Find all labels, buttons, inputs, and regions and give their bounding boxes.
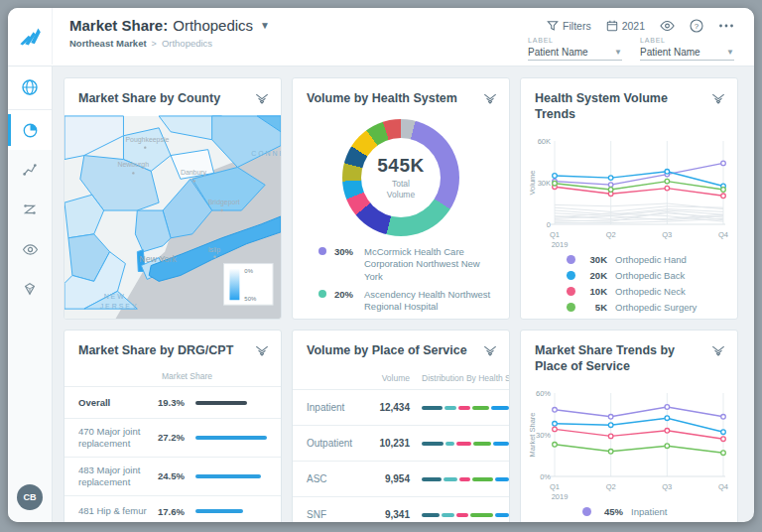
distribution-segment — [472, 406, 490, 410]
svg-text:0%: 0% — [244, 268, 253, 274]
legend-dot — [318, 247, 326, 255]
legend-name: Orthopedic Surgery — [615, 302, 697, 313]
sidebar-item-pathways[interactable] — [8, 190, 52, 229]
volume-trends-chart[interactable]: 60K 30K 0 Volume Q1 2019 Q2 Q3 Q4 — [527, 131, 731, 252]
header-actions: Filters 2021 — [528, 8, 754, 66]
distribution-bar — [422, 513, 510, 517]
legend-item[interactable]: 30K Orthopedic Hand — [567, 254, 737, 265]
card-market-share-by-county: Market Share by County — [64, 77, 282, 320]
donut-chart[interactable]: 545K Total Volume — [342, 119, 459, 236]
distribution-segment — [445, 442, 455, 446]
row-label: Overall — [78, 397, 158, 409]
legend-value: 30K — [581, 254, 607, 265]
county-choropleth-map[interactable]: Poughkeepsie Newburgh Danbury Bridgeport… — [64, 115, 281, 320]
distribution-bar — [422, 406, 510, 410]
legend-item[interactable]: 5K Orthopedic Surgery — [567, 302, 737, 313]
label-dropdown-1-value: Patient Name — [528, 47, 588, 58]
app-header: Market Share: Orthopedics ▼ Northeast Ma… — [8, 8, 754, 66]
row-value: 27.2% — [158, 432, 195, 443]
pos-trends-chart[interactable]: 60% 30% 0% Market Share Q1 2019 Q2 Q3 Q4 — [527, 383, 731, 504]
svg-text:50%: 50% — [244, 296, 257, 302]
card-title: Market Share by DRG/CPT — [78, 342, 233, 358]
drill-filter-icon — [483, 93, 497, 105]
title-chevron-down-icon[interactable]: ▼ — [260, 20, 270, 31]
filters-button[interactable]: Filters — [547, 20, 591, 32]
year-label: 2021 — [622, 20, 645, 32]
sidebar-item-route[interactable] — [8, 150, 52, 190]
breadcrumb-market[interactable]: Northeast Market — [69, 38, 147, 49]
card-filter-button[interactable] — [711, 91, 725, 109]
pie-chart-icon — [22, 122, 39, 139]
legend-item[interactable]: 20% Ascendency Health Northwest Regional… — [318, 289, 499, 314]
table-row[interactable]: ASC 9,954 — [293, 462, 509, 497]
card-filter-button[interactable] — [483, 91, 497, 109]
legend-item[interactable]: 20K Orthopedic Back — [567, 270, 737, 281]
card-market-share-by-drg-cpt: Market Share by DRG/CPT Market Share Ove… — [64, 330, 282, 522]
sidebar-item-globe[interactable] — [8, 66, 52, 110]
table-row[interactable]: 481 Hip & femur 17.6% — [64, 496, 281, 523]
card-filter-button[interactable] — [255, 91, 269, 109]
table-row[interactable]: SNF 9,341 — [293, 497, 509, 522]
visibility-button[interactable] — [660, 20, 675, 32]
distribution-segment — [456, 513, 468, 517]
svg-text:60%: 60% — [536, 389, 551, 398]
distribution-segment — [495, 477, 509, 481]
label-dropdown-1-caption: LABEL — [528, 37, 622, 44]
column-header-market-share: Market Share — [162, 371, 212, 381]
distribution-segment — [472, 477, 493, 481]
eye-icon — [660, 20, 675, 32]
legend-item[interactable]: 30% McCormick Health Care Corporation No… — [318, 246, 499, 283]
distribution-bar — [422, 442, 510, 446]
legend-item[interactable]: 10K Orthopedic Neck — [567, 286, 737, 297]
distribution-segment — [442, 513, 455, 517]
svg-text:30K: 30K — [538, 179, 551, 188]
card-filter-button[interactable] — [711, 343, 725, 361]
distribution-segment — [491, 406, 509, 410]
legend-item[interactable]: 45% Inpatient — [582, 506, 737, 517]
legend-dot — [567, 255, 575, 264]
calendar-icon — [606, 20, 618, 32]
zigzag-icon — [22, 201, 38, 217]
more-options-button[interactable] — [718, 23, 734, 29]
sidebar-item-dashboards[interactable] — [8, 110, 52, 150]
sidebar: CB — [8, 66, 53, 522]
donut-total-value: 545K — [377, 155, 424, 177]
table-row[interactable]: Inpatient 12,434 — [293, 390, 509, 426]
card-market-share-trends-by-place-of-service: Market Share Trends by Place of Service … — [520, 330, 738, 522]
sidebar-item-insights[interactable] — [8, 229, 52, 269]
app-logo[interactable] — [8, 8, 53, 65]
card-filter-button[interactable] — [255, 343, 269, 361]
label-dropdown-1[interactable]: LABEL Patient Name ▼ — [528, 37, 622, 61]
page-title[interactable]: Market Share: Orthopedics ▼ — [69, 17, 270, 34]
label-dropdown-2[interactable]: LABEL Patient Name ▼ — [640, 37, 734, 61]
svg-text:CONNECTICUT: CONNECTICUT — [251, 150, 281, 157]
distribution-segment — [422, 477, 442, 481]
globe-icon — [21, 78, 39, 96]
help-button[interactable]: ? — [690, 19, 703, 33]
svg-text:Q4: Q4 — [718, 230, 728, 239]
distribution-segment — [422, 442, 444, 446]
table-row-overall[interactable]: Overall 19.3% — [64, 387, 281, 419]
card-health-system-volume-trends: Health System Volume Trends 60K 30K 0 — [520, 77, 738, 320]
column-header-volume: Volume — [307, 373, 410, 383]
table-row[interactable]: 483 Major joint replacement 24.5% — [64, 458, 281, 496]
card-filter-button[interactable] — [483, 343, 497, 361]
row-label: Outpatient — [307, 438, 364, 449]
dropdown-chevron-icon: ▼ — [614, 48, 622, 57]
pos-trends-legend: 45% Inpatient 40% Outpatient 35% ASC — [582, 506, 737, 523]
legend-value: 5K — [581, 302, 607, 313]
distribution-segment — [493, 442, 509, 446]
legend-name: Inpatient — [631, 506, 667, 517]
donut-total-label-1: Total — [387, 179, 415, 190]
sidebar-item-premium[interactable] — [8, 269, 52, 309]
row-label: Inpatient — [307, 402, 364, 413]
svg-text:2019: 2019 — [552, 240, 569, 249]
svg-text:Q1: Q1 — [550, 230, 560, 239]
table-row[interactable]: Outpatient 10,231 — [293, 426, 509, 462]
legend-item[interactable]: 40% Outpatient — [582, 522, 737, 523]
breadcrumb-current: Orthopedics — [162, 38, 212, 49]
year-picker[interactable]: 2021 — [606, 20, 645, 32]
table-row[interactable]: 470 Major joint replacement 27.2% — [64, 419, 281, 458]
user-avatar[interactable]: CB — [17, 484, 43, 510]
pos-trends-series — [553, 404, 726, 455]
